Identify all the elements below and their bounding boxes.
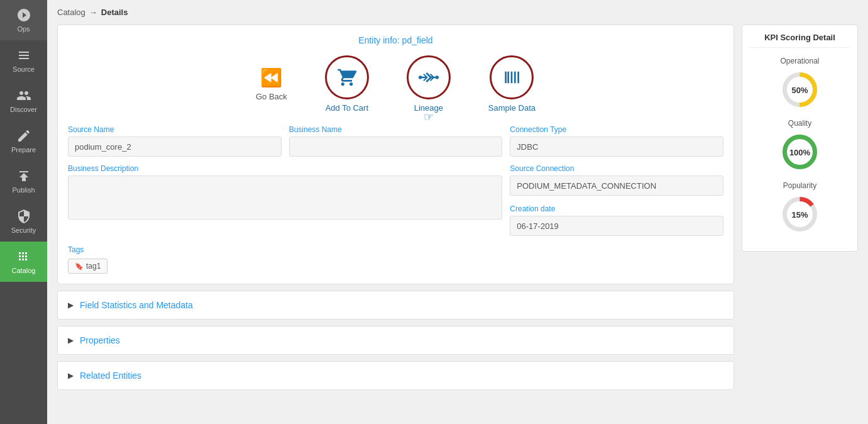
sidebar-item-security-label: Security bbox=[11, 226, 36, 234]
add-to-cart-label: Add To Cart bbox=[326, 103, 368, 113]
main-content: Catalog → Details Entity info: pd_field … bbox=[47, 0, 868, 424]
sample-data-label: Sample Data bbox=[488, 103, 536, 113]
sidebar-item-discover[interactable]: Discover bbox=[0, 81, 47, 121]
sidebar-item-prepare-label: Prepare bbox=[11, 146, 36, 153]
properties-section: ▶ Properties bbox=[57, 326, 734, 355]
sidebar-item-source-label: Source bbox=[13, 65, 35, 73]
properties-title: Properties bbox=[80, 335, 120, 345]
discover-icon bbox=[16, 88, 31, 103]
left-panel: Entity info: pd_field ⏪ Go Back bbox=[57, 25, 734, 414]
business-desc-group: Business Description bbox=[68, 164, 502, 236]
prepare-icon bbox=[16, 128, 31, 143]
related-entities-arrow: ▶ bbox=[68, 371, 74, 380]
connection-type-input[interactable] bbox=[510, 137, 723, 157]
tag-item[interactable]: 🔖 tag1 bbox=[68, 259, 107, 274]
go-back-icon: ⏪ bbox=[260, 67, 282, 88]
source-name-label: Source Name bbox=[68, 125, 282, 134]
sidebar-item-publish[interactable]: Publish bbox=[0, 161, 47, 201]
sidebar-item-security[interactable]: Security bbox=[0, 201, 47, 242]
sidebar-item-publish-label: Publish bbox=[12, 186, 35, 194]
field-stats-section: ▶ Field Statistics and Metadata bbox=[57, 291, 734, 320]
tag-label: tag1 bbox=[86, 262, 101, 271]
svg-point-1 bbox=[436, 75, 439, 79]
source-connection-label: Source Connection bbox=[510, 164, 723, 173]
kpi-popularity-value: 15% bbox=[791, 209, 808, 219]
sample-data-button[interactable]: Sample Data bbox=[488, 55, 536, 113]
breadcrumb-link[interactable]: Catalog bbox=[57, 8, 85, 17]
business-name-input[interactable] bbox=[289, 137, 503, 157]
lineage-button[interactable]: Lineage ☞ bbox=[407, 55, 451, 113]
sidebar-item-catalog-label: Catalog bbox=[12, 267, 36, 274]
related-entities-header[interactable]: ▶ Related Entities bbox=[58, 362, 733, 389]
sidebar-item-discover-label: Discover bbox=[10, 106, 37, 113]
kpi-operational-donut: 50% bbox=[779, 69, 820, 110]
connection-type-label: Connection Type bbox=[510, 125, 723, 134]
source-name-group: Source Name bbox=[68, 125, 282, 157]
svg-point-0 bbox=[419, 75, 422, 79]
cart-icon bbox=[337, 67, 357, 87]
catalog-icon bbox=[16, 249, 31, 264]
creation-date-label: Creation date bbox=[510, 204, 723, 213]
lineage-icon bbox=[419, 67, 439, 87]
business-name-label: Business Name bbox=[289, 125, 503, 134]
source-icon bbox=[16, 48, 31, 63]
business-desc-input[interactable] bbox=[68, 176, 502, 220]
properties-arrow: ▶ bbox=[68, 336, 74, 345]
kpi-popularity: Popularity 15% bbox=[750, 181, 850, 235]
form-grid: Source Name Business Name Connection Typ… bbox=[68, 125, 723, 236]
actions-row: ⏪ Go Back Add To Cart bbox=[68, 55, 723, 113]
field-stats-title: Field Statistics and Metadata bbox=[80, 300, 193, 310]
sample-data-icon bbox=[502, 67, 522, 87]
sidebar-item-ops-label: Ops bbox=[17, 25, 30, 33]
kpi-operational-value: 50% bbox=[791, 85, 808, 94]
related-entities-section: ▶ Related Entities bbox=[57, 361, 734, 390]
source-name-input[interactable] bbox=[68, 137, 282, 157]
related-entities-title: Related Entities bbox=[80, 371, 141, 381]
creation-date-input[interactable] bbox=[510, 216, 723, 236]
security-icon bbox=[16, 209, 31, 224]
breadcrumb-arrow: → bbox=[89, 8, 97, 17]
entity-card: Entity info: pd_field ⏪ Go Back bbox=[57, 25, 734, 284]
ops-icon bbox=[16, 8, 31, 23]
sidebar-item-prepare[interactable]: Prepare bbox=[0, 121, 47, 161]
sidebar-item-ops[interactable]: Ops bbox=[0, 0, 47, 40]
kpi-quality-donut: 100% bbox=[779, 131, 820, 172]
kpi-quality: Quality 100% bbox=[750, 119, 850, 172]
source-connection-group: Source Connection Creation date bbox=[510, 164, 723, 236]
bookmark-icon: 🔖 bbox=[75, 262, 84, 271]
kpi-operational: Operational 50% bbox=[750, 57, 850, 110]
business-name-group: Business Name bbox=[289, 125, 503, 157]
tags-section: Tags 🔖 tag1 bbox=[68, 243, 723, 274]
sidebar-item-catalog[interactable]: Catalog bbox=[0, 242, 47, 282]
content-area: Entity info: pd_field ⏪ Go Back bbox=[47, 25, 868, 424]
source-connection-input[interactable] bbox=[510, 176, 723, 196]
tags-label: Tags bbox=[68, 245, 84, 254]
go-back-button[interactable]: ⏪ Go Back bbox=[256, 67, 287, 101]
sample-data-circle bbox=[490, 55, 534, 99]
field-stats-arrow: ▶ bbox=[68, 301, 74, 310]
entity-title: Entity info: pd_field bbox=[68, 35, 723, 45]
add-to-cart-button[interactable]: Add To Cart bbox=[325, 55, 369, 113]
publish-icon bbox=[16, 169, 31, 184]
add-to-cart-circle bbox=[325, 55, 369, 99]
breadcrumb: Catalog → Details bbox=[47, 0, 868, 25]
go-back-label: Go Back bbox=[256, 92, 287, 101]
kpi-popularity-donut: 15% bbox=[779, 194, 820, 235]
kpi-title: KPI Scoring Detail bbox=[750, 33, 850, 48]
sidebar-item-source[interactable]: Source bbox=[0, 40, 47, 81]
properties-header[interactable]: ▶ Properties bbox=[58, 326, 733, 354]
kpi-panel: KPI Scoring Detail Operational 50% Quali… bbox=[742, 25, 858, 252]
kpi-operational-label: Operational bbox=[780, 57, 819, 65]
lineage-circle bbox=[407, 55, 451, 99]
kpi-quality-value: 100% bbox=[789, 147, 810, 157]
kpi-quality-label: Quality bbox=[788, 119, 811, 128]
cursor-hand: ☞ bbox=[424, 110, 434, 124]
connection-type-group: Connection Type bbox=[510, 125, 723, 157]
sidebar: Ops Source Discover Prepare Publish Secu… bbox=[0, 0, 47, 424]
field-stats-header[interactable]: ▶ Field Statistics and Metadata bbox=[58, 291, 733, 319]
breadcrumb-current: Details bbox=[101, 8, 128, 17]
business-desc-label: Business Description bbox=[68, 164, 502, 173]
kpi-popularity-label: Popularity bbox=[783, 181, 816, 190]
